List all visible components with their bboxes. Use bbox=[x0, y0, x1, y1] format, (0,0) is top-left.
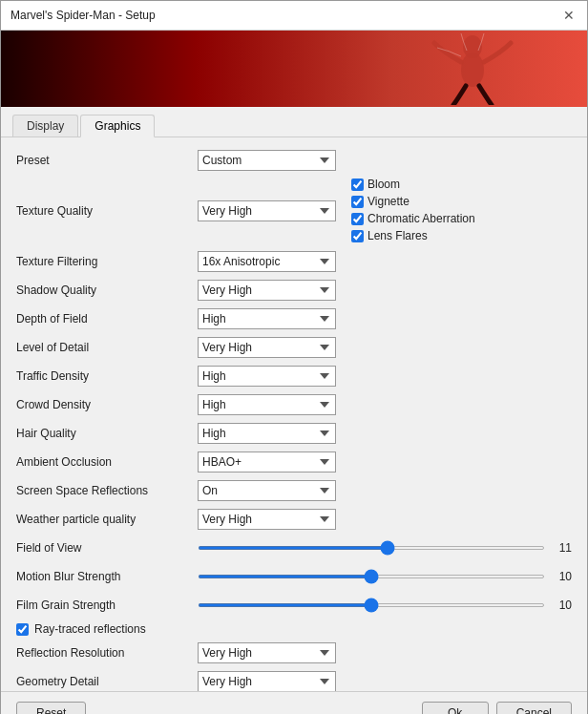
ambient-occlusion-label: Ambient Occlusion bbox=[16, 455, 198, 469]
chromatic-checkbox[interactable] bbox=[351, 213, 364, 225]
preset-select[interactable]: Custom Low Medium High Very High bbox=[198, 150, 336, 171]
chromatic-label: Chromatic Aberration bbox=[368, 212, 475, 225]
crowd-density-row: Crowd Density LowMediumHighVery High bbox=[16, 393, 572, 416]
depth-of-field-select[interactable]: OffLowMediumHighVery High bbox=[198, 308, 336, 329]
footer-right: Ok Cancel bbox=[422, 702, 572, 714]
film-grain-value: 10 bbox=[553, 598, 572, 612]
weather-particle-label: Weather particle quality bbox=[16, 513, 198, 526]
footer: Reset Ok Cancel bbox=[1, 691, 587, 714]
fov-slider-wrapper: 11 bbox=[198, 541, 572, 555]
ray-trace-label: Ray-traced reflections bbox=[34, 622, 146, 636]
fov-label: Field of View bbox=[16, 541, 198, 555]
reflection-resolution-control: LowMediumHighVery High bbox=[198, 642, 336, 663]
geometry-detail-select[interactable]: LowMediumHighVery High bbox=[198, 671, 336, 691]
lens-flares-row: Lens Flares bbox=[351, 229, 475, 242]
spider-man-image bbox=[415, 31, 530, 107]
vignette-row: Vignette bbox=[351, 195, 475, 208]
depth-of-field-row: Depth of Field OffLowMediumHighVery High bbox=[16, 307, 572, 330]
traffic-density-select[interactable]: LowMediumHighVery High bbox=[198, 366, 336, 387]
level-of-detail-select[interactable]: LowMediumHighVery High bbox=[198, 337, 336, 358]
shadow-quality-label: Shadow Quality bbox=[16, 284, 198, 297]
motion-blur-value: 10 bbox=[553, 570, 572, 583]
texture-filtering-label: Texture Filtering bbox=[16, 255, 198, 268]
shadow-quality-control: LowMediumHighVery High bbox=[198, 280, 336, 301]
preset-control: Custom Low Medium High Very High bbox=[198, 150, 336, 171]
film-grain-wrapper: 10 bbox=[198, 598, 572, 612]
motion-blur-row: Motion Blur Strength 10 bbox=[16, 565, 572, 588]
depth-of-field-control: OffLowMediumHighVery High bbox=[198, 308, 336, 329]
ssr-select[interactable]: OffOn bbox=[198, 480, 336, 501]
film-grain-label: Film Grain Strength bbox=[16, 598, 198, 612]
texture-filtering-row: Texture Filtering BilinearTrilinear4x An… bbox=[16, 250, 572, 273]
hair-quality-select[interactable]: LowMediumHighVery High bbox=[198, 423, 336, 444]
ambient-occlusion-row: Ambient Occlusion OffSSAOHBAO+ bbox=[16, 451, 572, 473]
weather-particle-control: LowMediumHighVery High bbox=[198, 509, 336, 530]
geometry-detail-label: Geometry Detail bbox=[16, 675, 198, 688]
ssr-label: Screen Space Reflections bbox=[16, 484, 198, 497]
texture-quality-select[interactable]: LowMediumHighVery High bbox=[198, 200, 336, 221]
traffic-density-label: Traffic Density bbox=[16, 369, 198, 383]
level-of-detail-row: Level of Detail LowMediumHighVery High bbox=[16, 336, 572, 359]
texture-filtering-select[interactable]: BilinearTrilinear4x Anisotropic8x Anisot… bbox=[198, 251, 336, 272]
bloom-row: Bloom bbox=[351, 178, 475, 191]
reflection-resolution-select[interactable]: LowMediumHighVery High bbox=[198, 642, 336, 663]
chromatic-row: Chromatic Aberration bbox=[351, 212, 475, 225]
hair-quality-label: Hair Quality bbox=[16, 427, 198, 440]
main-window: Marvel's Spider-Man - Setup ✕ bbox=[0, 0, 588, 714]
geometry-detail-row: Geometry Detail LowMediumHighVery High bbox=[16, 670, 572, 691]
film-grain-row: Film Grain Strength 10 bbox=[16, 594, 572, 617]
close-button[interactable]: ✕ bbox=[560, 7, 578, 24]
ray-trace-row: Ray-traced reflections bbox=[16, 622, 572, 636]
motion-blur-label: Motion Blur Strength bbox=[16, 570, 198, 583]
ray-trace-checkbox[interactable] bbox=[16, 623, 29, 636]
checkboxes-panel: Bloom Vignette Chromatic Aberration Lens… bbox=[351, 178, 475, 244]
window-title: Marvel's Spider-Man - Setup bbox=[10, 9, 156, 22]
settings-panel: Preset Custom Low Medium High Very High … bbox=[1, 137, 587, 691]
reset-button[interactable]: Reset bbox=[16, 702, 86, 714]
lens-flares-label: Lens Flares bbox=[368, 229, 428, 242]
bloom-label: Bloom bbox=[368, 178, 400, 191]
level-of-detail-control: LowMediumHighVery High bbox=[198, 337, 336, 358]
shadow-quality-select[interactable]: LowMediumHighVery High bbox=[198, 280, 336, 301]
geometry-detail-control: LowMediumHighVery High bbox=[198, 671, 336, 691]
fov-row: Field of View 11 bbox=[16, 536, 572, 559]
cancel-button[interactable]: Cancel bbox=[496, 702, 572, 714]
crowd-density-label: Crowd Density bbox=[16, 398, 198, 411]
hair-quality-control: LowMediumHighVery High bbox=[198, 423, 336, 444]
svg-point-1 bbox=[463, 35, 482, 58]
lens-flares-checkbox[interactable] bbox=[351, 230, 364, 242]
ambient-occlusion-control: OffSSAOHBAO+ bbox=[198, 452, 336, 472]
vignette-label: Vignette bbox=[368, 195, 410, 208]
preset-label: Preset bbox=[16, 154, 198, 167]
texture-quality-row: Texture Quality LowMediumHighVery High B… bbox=[16, 178, 572, 244]
shadow-quality-row: Shadow Quality LowMediumHighVery High bbox=[16, 279, 572, 302]
crowd-density-select[interactable]: LowMediumHighVery High bbox=[198, 394, 336, 415]
tab-graphics[interactable]: Graphics bbox=[80, 115, 155, 137]
texture-quality-label: Texture Quality bbox=[16, 204, 198, 218]
fov-value: 11 bbox=[553, 541, 572, 555]
motion-blur-wrapper: 10 bbox=[198, 570, 572, 583]
level-of-detail-label: Level of Detail bbox=[16, 341, 198, 354]
film-grain-slider[interactable] bbox=[198, 603, 545, 607]
ssr-control: OffOn bbox=[198, 480, 336, 501]
traffic-density-control: LowMediumHighVery High bbox=[198, 366, 336, 387]
tab-display[interactable]: Display bbox=[12, 115, 78, 136]
ok-button[interactable]: Ok bbox=[422, 702, 489, 714]
traffic-density-row: Traffic Density LowMediumHighVery High bbox=[16, 365, 572, 388]
vignette-checkbox[interactable] bbox=[351, 196, 364, 208]
preset-row: Preset Custom Low Medium High Very High bbox=[16, 149, 572, 172]
reflection-resolution-row: Reflection Resolution LowMediumHighVery … bbox=[16, 641, 572, 664]
texture-quality-control: LowMediumHighVery High bbox=[198, 200, 336, 221]
motion-blur-slider[interactable] bbox=[198, 575, 545, 578]
weather-particle-select[interactable]: LowMediumHighVery High bbox=[198, 509, 336, 530]
ambient-occlusion-select[interactable]: OffSSAOHBAO+ bbox=[198, 452, 336, 472]
depth-of-field-label: Depth of Field bbox=[16, 312, 198, 326]
tab-bar: Display Graphics bbox=[1, 107, 587, 137]
banner bbox=[1, 31, 587, 107]
bloom-checkbox[interactable] bbox=[351, 178, 364, 191]
reflection-resolution-label: Reflection Resolution bbox=[16, 646, 198, 660]
fov-slider[interactable] bbox=[198, 546, 545, 550]
weather-particle-row: Weather particle quality LowMediumHighVe… bbox=[16, 508, 572, 531]
title-bar: Marvel's Spider-Man - Setup ✕ bbox=[1, 1, 587, 31]
texture-filtering-control: BilinearTrilinear4x Anisotropic8x Anisot… bbox=[198, 251, 336, 272]
